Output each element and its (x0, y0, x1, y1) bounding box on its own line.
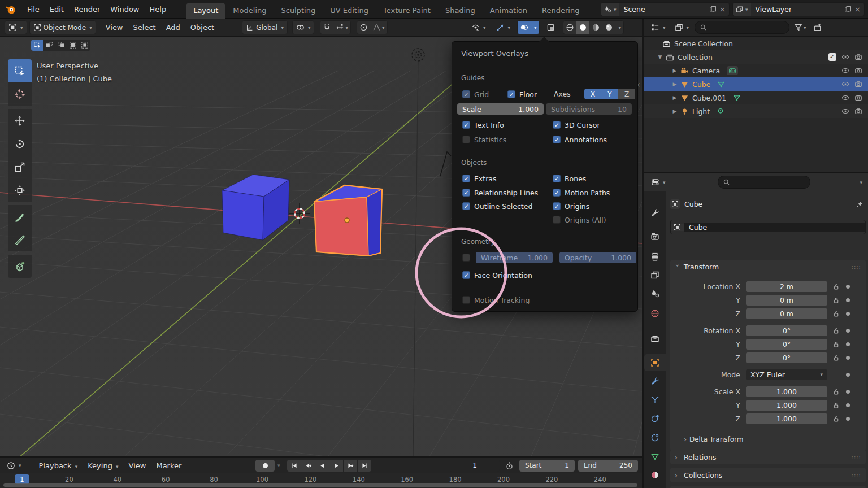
auto-keying-record-button[interactable] (255, 460, 275, 472)
scene-browse-button[interactable]: ▾ (601, 3, 619, 16)
grid-scale-slider[interactable]: Scale1.000 (457, 103, 544, 115)
outliner-row-cube-001[interactable]: ▶Cube.001 (644, 91, 868, 104)
blender-logo-icon[interactable] (6, 4, 16, 15)
properties-tab-material[interactable] (644, 467, 666, 483)
outliner-filter-button[interactable]: ▾ (792, 21, 809, 34)
hide-eye-icon[interactable] (841, 80, 849, 88)
panel-header[interactable]: ›Collections:::: (670, 468, 866, 482)
menu-select[interactable]: Select (128, 23, 161, 32)
breadcrumb-object-name[interactable]: Cube (684, 200, 702, 208)
collapse-icon[interactable]: ▼ (656, 54, 665, 60)
outliner-row-collection[interactable]: ▼Collection (644, 50, 868, 64)
jump-last-button[interactable] (358, 460, 371, 472)
new-viewlayer-icon[interactable] (843, 6, 853, 13)
properties-tab-render[interactable] (644, 228, 666, 245)
outliner-item-label[interactable]: Camera (692, 67, 720, 75)
animate-dot-icon[interactable] (846, 390, 850, 394)
grid-checkbox[interactable] (462, 90, 470, 98)
hide-eye-icon[interactable] (841, 107, 849, 115)
properties-tab-physics[interactable] (644, 410, 666, 427)
viewlayer-browse-button[interactable]: ▾ (733, 3, 751, 16)
properties-tab-modifiers[interactable] (644, 373, 666, 390)
next-key-button[interactable] (344, 460, 357, 472)
hide-eye-icon[interactable] (841, 94, 849, 102)
animate-dot-icon[interactable] (846, 298, 850, 302)
axis-z-toggle[interactable]: Z (618, 89, 635, 99)
workspace-tab-compositing[interactable]: Compositing (587, 3, 592, 19)
workspace-tab-layout[interactable]: Layout (186, 3, 225, 19)
text-info-checkbox[interactable] (462, 121, 470, 129)
viewlayer-name[interactable]: ViewLayer (751, 5, 843, 14)
shading-rendered-icon[interactable] (602, 21, 615, 34)
menu-keying[interactable]: Keying ▾ (83, 461, 123, 470)
playhead-badge[interactable]: 1 (15, 474, 29, 484)
menu-playback[interactable]: Playback ▾ (34, 461, 83, 470)
hide-eye-icon[interactable] (841, 67, 849, 75)
menu-window[interactable]: Window (105, 5, 144, 14)
mode-dropdown[interactable]: XYZ Euler▾ (746, 369, 827, 380)
unlink-scene-icon[interactable]: × (718, 5, 729, 14)
outliner-row-light[interactable]: ▶Light (644, 104, 868, 118)
workspace-tab-animation[interactable]: Animation (483, 3, 535, 19)
menu-help[interactable]: Help (145, 5, 172, 14)
outliner-search-input[interactable] (695, 21, 789, 34)
pivot-point-selector[interactable]: ▾ (292, 20, 315, 34)
collection-enable-checkbox[interactable] (828, 53, 836, 61)
properties-tab-output[interactable] (644, 249, 666, 265)
object-name-field[interactable]: Cube (670, 220, 866, 234)
motion-paths-checkbox[interactable] (553, 189, 561, 197)
timeline-editor-type-button[interactable]: ▾ (3, 459, 25, 472)
tool-transform-button[interactable] (8, 178, 32, 202)
axis-x-toggle[interactable]: X (584, 89, 601, 99)
new-collection-button[interactable] (811, 21, 824, 34)
tool-add-cube-button[interactable] (8, 255, 32, 278)
properties-tab-object[interactable] (644, 354, 666, 371)
object-name-value[interactable]: Cube (684, 223, 865, 232)
outliner-row-cube[interactable]: ▶Cube (644, 77, 868, 91)
snap-toggle-magnet-icon[interactable] (320, 21, 333, 34)
frame-start-field[interactable]: Start1 (519, 460, 575, 472)
properties-tab-tool[interactable] (644, 204, 666, 221)
properties-tab-particles[interactable] (644, 391, 666, 408)
value-field[interactable]: 1.000 (746, 400, 827, 411)
bones-checkbox[interactable] (553, 175, 561, 182)
value-field[interactable]: 0 m (746, 295, 827, 306)
outliner-row-camera[interactable]: ▶Camera (644, 64, 868, 77)
outliner-row-scene-collection[interactable]: Scene Collection (644, 37, 868, 50)
shading-wireframe-icon[interactable] (563, 21, 576, 34)
expand-icon[interactable]: ▶ (670, 81, 679, 87)
transform-orientation-selector[interactable]: Global▾ (242, 20, 288, 34)
mode-selector[interactable]: Object Mode▾ (29, 20, 96, 34)
outliner-id-filter-button[interactable]: ▾ (671, 21, 693, 34)
panel-header[interactable]: ›Instancing:::: (670, 486, 866, 488)
proportional-editing-icon[interactable] (357, 21, 370, 34)
menu-edit[interactable]: Edit (45, 5, 69, 14)
properties-tab-world[interactable] (644, 305, 666, 322)
lock-open-icon[interactable] (832, 310, 840, 317)
show-gizmo-button[interactable]: ▾ (493, 21, 514, 34)
hide-eye-icon[interactable] (841, 53, 849, 61)
face-orientation-checkbox[interactable] (462, 271, 470, 279)
panel-grip-icon[interactable]: :::: (852, 472, 861, 478)
workspace-tab-shading[interactable]: Shading (438, 3, 483, 19)
properties-tab-scene[interactable] (644, 285, 666, 302)
menu-add[interactable]: Add (161, 23, 185, 32)
relationship-lines-checkbox[interactable] (462, 189, 470, 197)
show-overlays-icon[interactable] (518, 21, 531, 34)
select-mode-extend-icon[interactable] (43, 40, 55, 51)
opacity-slider[interactable]: Opacity1.000 (559, 252, 636, 263)
menu-object[interactable]: Object (185, 23, 219, 32)
overlays-dropdown-button[interactable]: ▾ (531, 21, 539, 34)
workspace-tab-uv-editing[interactable]: UV Editing (323, 3, 376, 19)
value-field[interactable]: 0 m (746, 308, 827, 319)
shading-solid-icon[interactable] (576, 21, 589, 34)
select-mode-intersect-icon[interactable] (79, 40, 90, 51)
animate-dot-icon[interactable] (846, 356, 850, 360)
delta-transform-header[interactable]: › Delta Transform (684, 435, 744, 443)
disable-render-camera-icon[interactable] (854, 67, 862, 75)
animate-dot-icon[interactable] (846, 417, 850, 421)
workspace-tab-rendering[interactable]: Rendering (535, 3, 587, 19)
lock-open-icon[interactable] (832, 354, 840, 361)
value-field[interactable]: 0° (746, 325, 827, 336)
disable-render-camera-icon[interactable] (854, 53, 862, 61)
